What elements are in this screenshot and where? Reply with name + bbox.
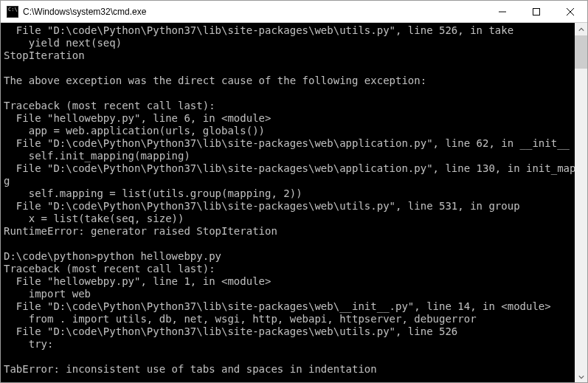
chevron-down-icon bbox=[578, 374, 584, 380]
close-button[interactable] bbox=[553, 1, 587, 22]
vertical-scrollbar[interactable] bbox=[575, 23, 587, 383]
maximize-icon bbox=[533, 8, 540, 15]
chevron-up-icon bbox=[578, 27, 584, 32]
console-area: File "D:\code\Python\Python37\lib\site-p… bbox=[1, 23, 587, 383]
minimize-icon bbox=[499, 8, 506, 15]
close-icon bbox=[567, 8, 574, 15]
scroll-down-button[interactable] bbox=[575, 370, 587, 383]
cmd-icon bbox=[7, 6, 18, 18]
window-title: C:\Windows\system32\cmd.exe bbox=[23, 7, 485, 17]
scroll-thumb[interactable] bbox=[575, 35, 587, 69]
window-titlebar: C:\Windows\system32\cmd.exe bbox=[1, 1, 587, 23]
window-controls bbox=[485, 1, 587, 22]
console-output[interactable]: File "D:\code\Python\Python37\lib\site-p… bbox=[1, 23, 575, 383]
maximize-button[interactable] bbox=[519, 1, 553, 22]
minimize-button[interactable] bbox=[485, 1, 519, 22]
scroll-up-button[interactable] bbox=[575, 23, 587, 35]
svg-rect-1 bbox=[533, 8, 540, 15]
